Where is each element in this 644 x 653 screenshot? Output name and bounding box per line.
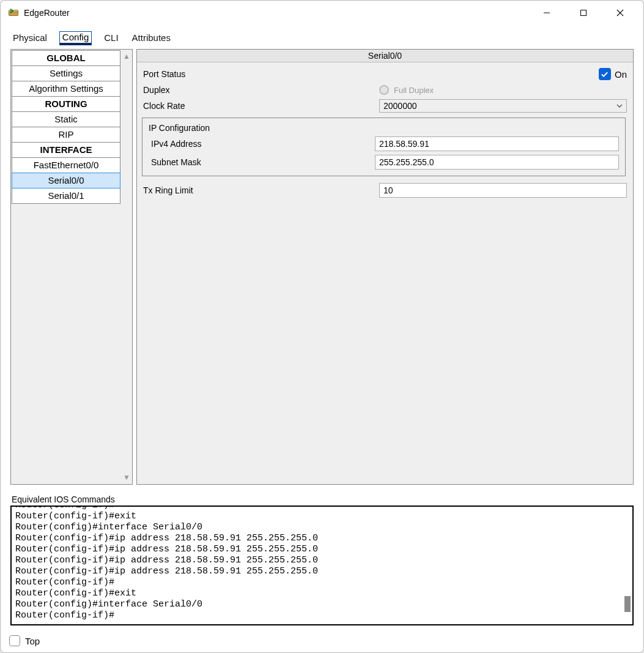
sidebar-item-serial0-1[interactable]: Serial0/1 bbox=[12, 188, 120, 204]
sidebar-item-settings[interactable]: Settings bbox=[12, 65, 120, 81]
tab-bar: PhysicalConfigCLIAttributes bbox=[1, 25, 643, 45]
ios-commands-box[interactable]: Router(config-if)# Router(config-if)#exi… bbox=[10, 506, 634, 625]
sidebar-header-global: GLOBAL bbox=[12, 50, 120, 66]
port-status-on-label: On bbox=[615, 69, 627, 80]
ios-commands-label: Equivalent IOS Commands bbox=[10, 485, 634, 506]
port-status-toggle[interactable]: On bbox=[379, 68, 627, 80]
footer: Top bbox=[1, 630, 643, 652]
tx-ring-row: Tx Ring Limit bbox=[141, 182, 627, 198]
sidebar-header-routing: ROUTING bbox=[12, 96, 120, 112]
scroll-down-icon[interactable]: ▼ bbox=[123, 473, 130, 482]
window-controls bbox=[528, 1, 638, 25]
top-label: Top bbox=[25, 636, 40, 646]
duplex-value: Full Duplex bbox=[394, 86, 434, 95]
clock-rate-label: Clock Rate bbox=[141, 101, 379, 111]
close-button[interactable] bbox=[602, 1, 638, 25]
clock-rate-select[interactable]: 2000000 bbox=[379, 99, 627, 113]
sidebar-item-rip[interactable]: RIP bbox=[12, 127, 120, 143]
subnet-label: Subnet Mask bbox=[149, 157, 375, 167]
sidebar-item-serial0-0[interactable]: Serial0/0 bbox=[12, 173, 120, 188]
ipv4-address-input[interactable] bbox=[375, 136, 619, 151]
duplex-row: Duplex Full Duplex bbox=[141, 82, 627, 98]
subnet-row: Subnet Mask bbox=[149, 155, 619, 170]
sidebar-item-fastethernet0-0[interactable]: FastEthernet0/0 bbox=[12, 157, 120, 173]
ios-scroll-thumb[interactable] bbox=[624, 596, 631, 612]
sidebar-scrollbar[interactable]: ▲ ▼ bbox=[121, 50, 132, 484]
ipv4-label: IPv4 Address bbox=[149, 139, 375, 149]
tab-config[interactable]: Config bbox=[59, 31, 92, 45]
port-status-row: Port Status On bbox=[141, 66, 627, 82]
checkbox-on-icon bbox=[599, 68, 611, 80]
tx-ring-input[interactable] bbox=[379, 183, 627, 198]
maximize-button[interactable] bbox=[565, 1, 602, 25]
top-checkbox[interactable] bbox=[9, 635, 20, 646]
sidebar: GLOBALSettingsAlgorithm SettingsROUTINGS… bbox=[10, 49, 133, 485]
tab-physical[interactable]: Physical bbox=[12, 31, 48, 45]
svg-rect-3 bbox=[581, 10, 587, 16]
ip-configuration-group: IP Configuration IPv4 Address Subnet Mas… bbox=[142, 118, 626, 176]
subnet-mask-input[interactable] bbox=[375, 155, 619, 170]
upper-pane: GLOBALSettingsAlgorithm SettingsROUTINGS… bbox=[10, 49, 634, 485]
content-area: GLOBALSettingsAlgorithm SettingsROUTINGS… bbox=[1, 45, 643, 630]
tab-cli[interactable]: CLI bbox=[103, 31, 119, 45]
sidebar-item-static[interactable]: Static bbox=[12, 111, 120, 127]
port-status-label: Port Status bbox=[141, 69, 379, 79]
panel-title: Serial0/0 bbox=[137, 50, 633, 62]
panel-body: Port Status On Duplex bbox=[137, 62, 633, 484]
sidebar-item-algorithm-settings[interactable]: Algorithm Settings bbox=[12, 81, 120, 97]
ios-scrollbar[interactable] bbox=[624, 509, 631, 622]
app-window: EdgeRouter PhysicalConfigCLIAttributes G… bbox=[0, 0, 644, 653]
minimize-button[interactable] bbox=[528, 1, 565, 25]
sidebar-list: GLOBALSettingsAlgorithm SettingsROUTINGS… bbox=[11, 50, 121, 484]
duplex-label: Duplex bbox=[141, 85, 379, 95]
clock-rate-value: 2000000 bbox=[383, 101, 417, 111]
ip-config-label: IP Configuration bbox=[149, 122, 619, 136]
titlebar: EdgeRouter bbox=[1, 1, 643, 25]
chevron-down-icon bbox=[616, 101, 623, 111]
ios-commands-text: Router(config-if)# Router(config-if)#exi… bbox=[12, 506, 632, 621]
ipv4-row: IPv4 Address bbox=[149, 136, 619, 151]
clock-rate-row: Clock Rate 2000000 bbox=[141, 98, 627, 114]
tx-ring-label: Tx Ring Limit bbox=[141, 185, 379, 195]
radio-icon bbox=[379, 85, 389, 95]
scroll-up-icon[interactable]: ▲ bbox=[123, 52, 130, 61]
duplex-radio-full: Full Duplex bbox=[379, 85, 434, 95]
sidebar-header-interface: INTERFACE bbox=[12, 142, 120, 158]
app-icon bbox=[8, 7, 19, 18]
window-title: EdgeRouter bbox=[24, 8, 528, 18]
tab-attributes[interactable]: Attributes bbox=[131, 31, 172, 45]
config-panel: Serial0/0 Port Status On bbox=[136, 49, 634, 485]
